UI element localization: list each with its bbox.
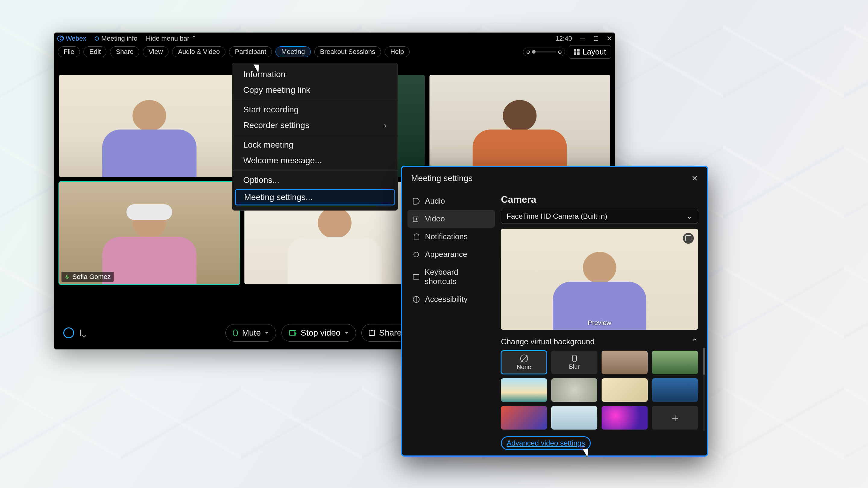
chevron-up-icon: ⌃ <box>191 35 196 42</box>
keyboard-icon <box>413 273 419 280</box>
settings-main-panel: Camera FaceTime HD Camera (Built in) ⌄ P… <box>498 190 707 455</box>
menu-audio-video[interactable]: Audio & Video <box>172 46 225 57</box>
menu-participant[interactable]: Participant <box>229 46 272 57</box>
zoom-control[interactable]: ⊖ ⊕ <box>523 47 565 56</box>
dd-lock-meeting[interactable]: Lock meeting <box>232 137 398 153</box>
webex-logo: Webex <box>57 35 86 42</box>
menu-meeting[interactable]: Meeting <box>276 46 310 57</box>
vb-option-image[interactable] <box>601 351 648 374</box>
menu-view[interactable]: View <box>143 46 168 57</box>
app-name: Webex <box>66 35 86 42</box>
vb-option-blur[interactable]: Blur <box>551 351 597 374</box>
meeting-info-button[interactable]: Meeting info <box>95 35 137 42</box>
video-icon <box>413 216 420 222</box>
webex-logo-icon <box>57 36 63 41</box>
camera-icon <box>289 330 296 335</box>
vb-option-image[interactable] <box>652 351 698 374</box>
dd-welcome-message[interactable]: Welcome message... <box>232 153 398 168</box>
vb-option-image[interactable] <box>601 406 648 429</box>
menu-edit[interactable]: Edit <box>84 46 106 57</box>
vb-option-none[interactable]: None <box>501 351 547 374</box>
meeting-dropdown-menu: Information Copy meeting link Start reco… <box>232 63 398 210</box>
chevron-up-icon: ⌃ <box>691 337 698 347</box>
participant-name-tag: Sofia Gomez <box>61 272 114 282</box>
titlebar: Webex Meeting info Hide menu bar ⌃ 12:40… <box>54 33 615 44</box>
vb-option-image[interactable] <box>652 378 698 402</box>
vb-option-image[interactable] <box>551 378 597 402</box>
advanced-video-settings-link[interactable]: Advanced video settings <box>501 436 698 450</box>
zoom-in-icon[interactable]: ⊕ <box>558 49 562 55</box>
camera-heading: Camera <box>501 194 698 205</box>
meeting-settings-dialog: Meeting settings ✕ Audio Video Notificat… <box>401 166 708 457</box>
zoom-out-icon[interactable]: ⊖ <box>526 49 530 55</box>
stop-video-button[interactable]: Stop video <box>281 324 355 341</box>
camera-select[interactable]: FaceTime HD Camera (Built in) ⌄ <box>501 209 698 224</box>
accessibility-icon <box>413 296 420 303</box>
grid-icon <box>574 49 580 55</box>
appearance-icon <box>413 251 420 258</box>
chevron-down-icon[interactable] <box>345 332 348 335</box>
settings-title: Meeting settings <box>411 173 472 183</box>
settings-nav: Audio Video Notifications Appearance Key… <box>402 190 498 455</box>
vb-option-image[interactable] <box>601 378 648 402</box>
menubar: File Edit Share View Audio & Video Parti… <box>54 44 615 59</box>
chat-button[interactable]: ⌄ <box>80 330 82 335</box>
window-close-button[interactable]: ✕ <box>607 34 612 43</box>
layout-button[interactable]: Layout <box>569 45 611 59</box>
nav-video[interactable]: Video <box>407 210 495 228</box>
mic-icon <box>233 330 238 336</box>
hide-menu-bar-button[interactable]: Hide menu bar ⌃ <box>146 35 196 42</box>
scrollbar[interactable] <box>703 348 705 431</box>
scrollbar-thumb[interactable] <box>703 348 705 375</box>
video-tile[interactable] <box>59 75 240 177</box>
bell-icon <box>413 233 420 240</box>
profile-button[interactable] <box>63 327 74 338</box>
info-icon <box>95 36 99 41</box>
video-tile[interactable] <box>430 75 610 177</box>
window-minimize-button[interactable] <box>580 35 585 42</box>
menu-file[interactable]: File <box>58 46 80 57</box>
menu-breakout[interactable]: Breakout Sessions <box>314 46 381 57</box>
chevron-down-icon[interactable] <box>265 332 269 335</box>
nav-appearance[interactable]: Appearance <box>407 246 495 263</box>
virtual-background-grid: None Blur ＋ <box>501 351 698 429</box>
video-tile-selected[interactable]: Sofia Gomez <box>59 182 240 284</box>
dd-copy-link[interactable]: Copy meeting link <box>232 82 398 98</box>
vb-add-button[interactable]: ＋ <box>652 406 698 429</box>
nav-audio[interactable]: Audio <box>407 192 495 210</box>
menu-help[interactable]: Help <box>384 46 410 57</box>
clock: 12:40 <box>555 35 572 42</box>
dd-meeting-settings[interactable]: Meeting settings... <box>235 189 395 205</box>
nav-notifications[interactable]: Notifications <box>407 228 495 246</box>
virtual-background-header[interactable]: Change virtual background ⌃ <box>501 337 698 347</box>
nav-accessibility[interactable]: Accessibility <box>407 290 495 308</box>
nav-keyboard-shortcuts[interactable]: Keyboard shortcuts <box>407 263 495 290</box>
expand-preview-button[interactable] <box>683 233 694 244</box>
chevron-right-icon: › <box>384 121 387 130</box>
vb-option-image[interactable] <box>551 406 597 429</box>
blur-icon <box>572 355 577 362</box>
speaker-icon <box>413 198 420 204</box>
window-maximize-button[interactable] <box>593 35 598 42</box>
camera-preview: Preview <box>501 229 698 330</box>
preview-label: Preview <box>588 319 611 327</box>
dd-recorder-settings[interactable]: Recorder settings › <box>232 118 398 133</box>
svg-rect-0 <box>67 275 68 278</box>
vb-option-image[interactable] <box>501 378 547 402</box>
dd-options[interactable]: Options... <box>232 172 398 188</box>
vb-option-image[interactable] <box>501 406 547 429</box>
dd-start-recording[interactable]: Start recording <box>232 102 398 118</box>
menu-share[interactable]: Share <box>110 46 139 57</box>
mute-button[interactable]: Mute <box>225 324 276 341</box>
none-icon <box>520 355 528 362</box>
zoom-slider[interactable] <box>532 52 556 53</box>
mic-icon <box>64 274 70 280</box>
share-icon <box>369 330 375 336</box>
chevron-down-icon: ⌄ <box>81 332 84 337</box>
close-button[interactable]: ✕ <box>691 174 698 183</box>
chevron-down-icon: ⌄ <box>686 212 692 221</box>
